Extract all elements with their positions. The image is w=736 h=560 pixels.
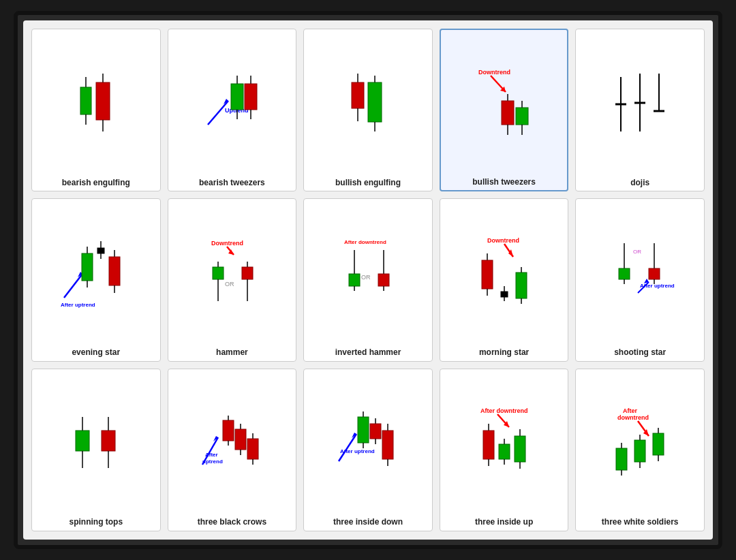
svg-rect-43 — [97, 248, 104, 253]
svg-rect-117 — [382, 431, 393, 459]
svg-rect-10 — [231, 84, 243, 110]
svg-rect-102 — [235, 429, 246, 450]
svg-rect-61 — [349, 274, 360, 286]
svg-text:Downtrend: Downtrend — [487, 237, 519, 244]
label-three-inside-up: three inside up — [475, 517, 533, 528]
label-bearish-tweezers: bearish tweezers — [199, 178, 265, 189]
svg-rect-139 — [634, 440, 645, 462]
svg-text:Downtrend: Downtrend — [478, 69, 510, 76]
svg-rect-13 — [245, 84, 257, 110]
candle-area-evening-star: After uptrend — [35, 203, 157, 345]
card-three-white-soldiers[interactable]: After downtrend three white soldiers — [575, 369, 705, 531]
svg-text:uptrend: uptrend — [202, 458, 223, 465]
card-bullish-engulfing[interactable]: bullish engulfing — [303, 29, 433, 191]
svg-text:OR: OR — [633, 249, 641, 255]
card-morning-star[interactable]: Downtrend morning star — [440, 198, 569, 361]
candle-area-spinning-tops — [35, 373, 157, 515]
candle-area-three-black-crows: After uptrend — [171, 373, 294, 515]
label-three-black-crows: three black crows — [198, 517, 266, 528]
svg-rect-1 — [80, 87, 91, 114]
svg-text:downtrend: downtrend — [617, 414, 649, 421]
card-spinning-tops[interactable]: spinning tops — [31, 369, 161, 531]
card-three-inside-up[interactable]: After downtrend three in — [440, 369, 569, 531]
svg-rect-40 — [82, 253, 93, 281]
svg-rect-114 — [370, 424, 381, 439]
candle-area-bearish-engulfing — [35, 33, 157, 175]
candle-area-three-white-soldiers: After downtrend — [579, 373, 701, 515]
card-three-black-crows[interactable]: After uptrend three black crows — [168, 369, 297, 531]
label-bullish-tweezers: bullish tweezers — [472, 177, 536, 188]
label-evening-star: evening star — [72, 347, 120, 358]
svg-text:After uptrend: After uptrend — [61, 302, 95, 308]
svg-rect-123 — [483, 431, 494, 459]
label-shooting-star: shooting star — [614, 347, 666, 358]
svg-line-107 — [339, 434, 356, 461]
label-inverted-hammer: inverted hammer — [335, 347, 401, 358]
label-spinning-tops: spinning tops — [69, 517, 123, 528]
svg-rect-105 — [247, 439, 258, 459]
svg-text:After: After — [623, 407, 637, 414]
candle-area-three-inside-up: After downtrend — [443, 373, 566, 515]
label-three-white-soldiers: three white soldiers — [602, 517, 679, 528]
svg-text:After uptrend: After uptrend — [340, 448, 375, 454]
candle-area-three-inside-down: After uptrend — [307, 373, 429, 515]
svg-rect-70 — [482, 260, 493, 289]
svg-rect-126 — [499, 444, 510, 459]
svg-rect-73 — [501, 292, 508, 297]
card-evening-star[interactable]: After uptrend evening star — [31, 198, 161, 361]
label-bullish-engulfing: bullish engulfing — [335, 178, 401, 189]
svg-rect-76 — [516, 273, 527, 298]
card-hammer[interactable]: Downtrend OR hammer — [168, 198, 297, 361]
label-morning-star: morning star — [479, 347, 529, 358]
candle-area-hammer: Downtrend OR — [171, 203, 294, 345]
svg-text:After downtrend: After downtrend — [344, 239, 386, 245]
candle-area-bearish-tweezers: Uptrend — [171, 33, 294, 175]
svg-text:After: After — [205, 452, 218, 458]
svg-rect-52 — [213, 267, 224, 279]
svg-rect-28 — [516, 108, 528, 125]
candle-area-bullish-engulfing — [307, 33, 429, 175]
label-bearish-engulfing: bearish engulfing — [62, 178, 130, 189]
svg-rect-92 — [102, 431, 115, 451]
card-inverted-hammer[interactable]: After downtrend OR inverted hammer — [303, 198, 433, 361]
svg-rect-136 — [616, 448, 627, 470]
svg-line-36 — [64, 274, 82, 298]
candle-area-bullish-tweezers: Downtrend — [444, 34, 565, 174]
card-bearish-tweezers[interactable]: Uptrend bearish tweezers — [168, 29, 297, 191]
candle-area-shooting-star: OR After uptrend — [579, 203, 701, 345]
svg-rect-129 — [515, 436, 525, 462]
svg-text:Downtrend: Downtrend — [211, 240, 243, 247]
card-dojis[interactable]: dojis — [575, 29, 705, 191]
svg-rect-111 — [358, 417, 369, 443]
svg-rect-25 — [502, 101, 514, 125]
svg-rect-142 — [653, 433, 664, 455]
candle-area-inverted-hammer: After downtrend OR — [307, 203, 429, 345]
svg-rect-89 — [76, 431, 89, 451]
svg-text:OR: OR — [361, 274, 371, 281]
outer-border: bearish engulfing Uptrend — [14, 11, 722, 549]
svg-rect-16 — [352, 82, 364, 108]
card-shooting-star[interactable]: OR After uptrend shooting star — [575, 198, 705, 361]
svg-rect-46 — [109, 257, 120, 285]
candle-area-morning-star: Downtrend — [443, 203, 566, 345]
svg-rect-99 — [223, 420, 234, 441]
svg-rect-56 — [242, 267, 253, 279]
card-bullish-tweezers[interactable]: Downtrend bullish tweezers — [440, 29, 569, 191]
svg-rect-86 — [649, 268, 660, 279]
card-bearish-engulfing[interactable]: bearish engulfing — [31, 29, 161, 191]
svg-rect-64 — [378, 274, 389, 286]
pattern-grid: bearish engulfing Uptrend — [23, 20, 713, 540]
svg-rect-19 — [368, 82, 382, 122]
svg-rect-4 — [96, 82, 110, 120]
card-three-inside-down[interactable]: After uptrend three inside down — [303, 369, 433, 531]
label-hammer: hammer — [216, 347, 248, 358]
label-dojis: dojis — [630, 178, 649, 189]
svg-rect-83 — [619, 268, 630, 279]
svg-text:After downtrend: After downtrend — [480, 407, 528, 414]
candle-area-dojis — [579, 33, 701, 175]
label-three-inside-down: three inside down — [333, 517, 403, 528]
svg-text:OR: OR — [225, 281, 234, 287]
